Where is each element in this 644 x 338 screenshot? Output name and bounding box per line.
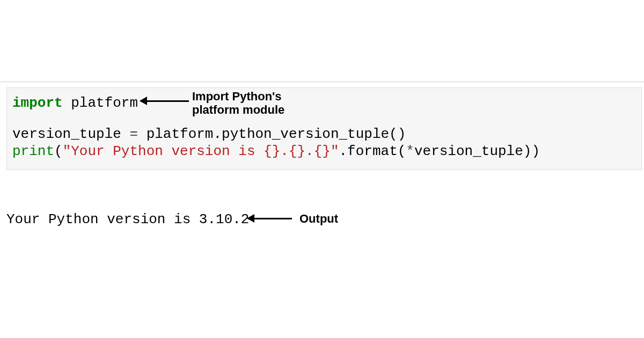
builtin-print: print bbox=[12, 143, 54, 159]
code-line-3: print("Your Python version is {}.{}.{}".… bbox=[12, 144, 636, 160]
annotation-output: Output bbox=[299, 212, 338, 225]
code-block: import platform version_tuple = platform… bbox=[6, 87, 642, 170]
annotation-import: Import Python's platform module bbox=[192, 90, 284, 117]
code-line-2: version_tuple = platform.python_version_… bbox=[12, 127, 636, 143]
keyword-import: import bbox=[12, 95, 63, 111]
arrow-left-icon bbox=[141, 100, 189, 102]
code-line-1: import platform bbox=[12, 95, 636, 112]
horizontal-divider bbox=[0, 82, 644, 82]
string-literal: "Your Python version is {}.{}.{}" bbox=[63, 143, 339, 159]
arrow-left-icon bbox=[248, 218, 292, 219]
module-name: platform bbox=[71, 95, 138, 111]
blank-line bbox=[12, 113, 636, 127]
output-text: Your Python version is 3.10.2 bbox=[6, 211, 249, 227]
